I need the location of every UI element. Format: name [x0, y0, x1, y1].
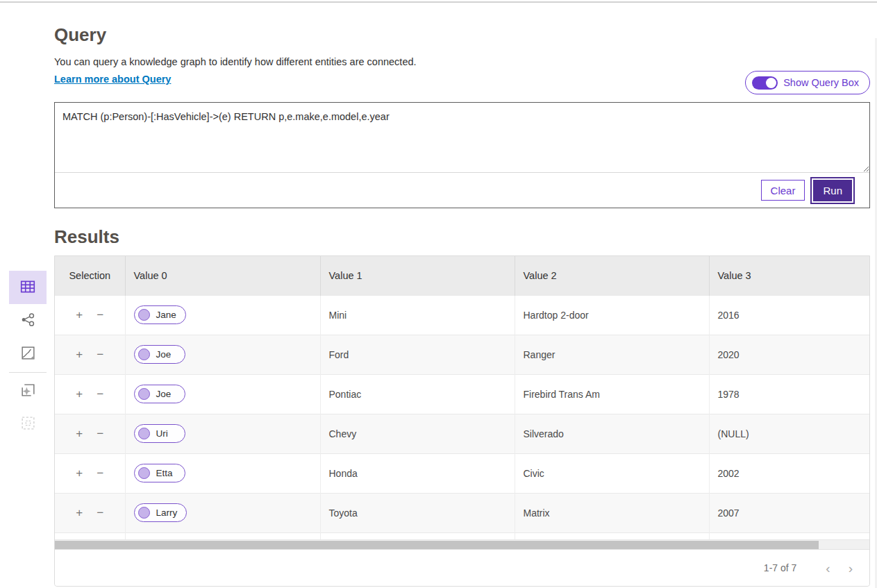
- value2-cell: Silverado: [515, 414, 709, 453]
- entity-node-icon: [138, 388, 150, 400]
- entity-node-icon: [138, 428, 150, 439]
- clear-button[interactable]: Clear: [761, 180, 805, 201]
- selection-cell: + −: [55, 453, 125, 493]
- table-row: + −: [55, 532, 869, 539]
- value3-cell: (NULL): [709, 414, 869, 453]
- table-row: + − Uri Chevy Silverado (NULL): [55, 414, 869, 453]
- value2-cell: [515, 532, 709, 539]
- value1-cell: Toyota: [320, 493, 515, 532]
- query-input[interactable]: MATCH (p:Person)-[:HasVehicle]->(e) RETU…: [55, 103, 869, 172]
- learn-more-link[interactable]: Learn more about Query: [54, 74, 171, 85]
- table-row: + − Joe Pontiac Firebird Trans Am 1978: [55, 374, 869, 414]
- entity-chip[interactable]: Joe: [134, 385, 185, 403]
- value3-cell: [709, 532, 869, 539]
- table-row: + − Joe Ford Ranger 2020: [55, 335, 869, 374]
- value2-cell: Civic: [515, 453, 709, 493]
- table-row: + − Larry Toyota Matrix 2007: [55, 493, 869, 532]
- selection-cell: + −: [55, 493, 125, 532]
- selection-view-icon: [20, 415, 36, 433]
- value2-cell: Firebird Trans Am: [515, 374, 709, 414]
- add-to-selection-button[interactable]: +: [76, 428, 83, 439]
- remove-from-selection-button[interactable]: −: [97, 348, 103, 360]
- selection-cell: + −: [55, 295, 125, 335]
- column-header-value1: Value 1: [320, 256, 515, 295]
- entity-node-icon: [138, 348, 150, 360]
- value3-cell: 2020: [709, 335, 869, 374]
- entity-chip[interactable]: Etta: [134, 464, 185, 482]
- column-header-selection: Selection: [55, 256, 125, 295]
- entity-chip[interactable]: Larry: [134, 503, 187, 522]
- add-to-selection-button[interactable]: +: [76, 348, 83, 360]
- table-row: + − Etta Honda Civic 2002: [55, 453, 869, 493]
- value0-cell: Joe: [125, 335, 320, 374]
- link-chart-view-icon: [20, 312, 36, 330]
- map-view-button[interactable]: [9, 337, 47, 371]
- results-table: Selection Value 0 Value 1 Value 2 Value …: [55, 256, 869, 539]
- new-map-view-icon: [20, 382, 36, 400]
- value3-cell: 2016: [709, 295, 869, 335]
- table-view-button[interactable]: [9, 271, 47, 304]
- value1-cell: Mini: [320, 295, 515, 335]
- entity-name: Larry: [156, 507, 178, 518]
- sidebar-divider: [9, 372, 47, 373]
- show-query-box-toggle[interactable]: Show Query Box: [745, 71, 870, 94]
- selection-cell: + −: [55, 532, 125, 539]
- entity-chip[interactable]: Uri: [134, 424, 185, 443]
- toggle-switch-icon: [752, 76, 778, 90]
- value0-cell: Uri: [125, 414, 320, 453]
- value3-cell: 2007: [709, 493, 869, 532]
- toggle-label: Show Query Box: [783, 77, 859, 88]
- value2-cell: Ranger: [515, 335, 709, 374]
- toggle-knob: [766, 78, 776, 88]
- column-header-value0: Value 0: [125, 256, 320, 295]
- selection-cell: + −: [55, 335, 125, 374]
- chevron-right-icon: ›: [849, 561, 853, 576]
- remove-from-selection-button[interactable]: −: [97, 467, 103, 479]
- horizontal-scrollbar-thumb[interactable]: [55, 541, 819, 549]
- value0-cell: Jane: [125, 295, 320, 335]
- new-map-view-button[interactable]: [9, 374, 47, 408]
- chevron-left-icon: ‹: [826, 561, 830, 576]
- value0-cell: [125, 532, 320, 539]
- value3-cell: 2002: [709, 453, 869, 493]
- add-to-selection-button[interactable]: +: [76, 507, 83, 519]
- table-view-icon: [19, 278, 36, 297]
- results-footer: 1-7 of 7 ‹ ›: [55, 549, 869, 586]
- horizontal-scrollbar-track[interactable]: [55, 539, 869, 549]
- entity-name: Jane: [156, 310, 176, 320]
- value1-cell: Chevy: [320, 414, 515, 453]
- entity-name: Uri: [156, 428, 176, 439]
- add-to-selection-button[interactable]: +: [76, 467, 83, 479]
- value1-cell: Ford: [320, 335, 515, 374]
- pagination-next-button[interactable]: ›: [844, 560, 857, 576]
- value0-cell: Joe: [125, 374, 320, 414]
- entity-chip[interactable]: Joe: [134, 345, 185, 364]
- remove-from-selection-button[interactable]: −: [97, 428, 103, 439]
- view-switcher-sidebar: [9, 271, 47, 441]
- table-header-row: Selection Value 0 Value 1 Value 2 Value …: [55, 256, 869, 295]
- value1-cell: [320, 532, 515, 539]
- results-card: Selection Value 0 Value 1 Value 2 Value …: [54, 255, 870, 587]
- entity-name: Joe: [156, 349, 176, 360]
- query-actions-bar: Clear Run: [55, 172, 869, 208]
- entity-chip[interactable]: Jane: [134, 305, 186, 324]
- entity-node-icon: [138, 467, 150, 479]
- add-to-selection-button[interactable]: +: [76, 309, 83, 321]
- add-to-selection-button[interactable]: +: [76, 388, 83, 400]
- value3-cell: 1978: [709, 374, 869, 414]
- remove-from-selection-button[interactable]: −: [97, 388, 103, 400]
- run-button[interactable]: Run: [813, 180, 852, 201]
- results-title: Results: [54, 227, 870, 246]
- value1-cell: Honda: [320, 453, 515, 493]
- map-view-icon: [20, 345, 36, 363]
- remove-from-selection-button[interactable]: −: [97, 309, 103, 321]
- remove-from-selection-button[interactable]: −: [97, 507, 103, 519]
- link-chart-view-button[interactable]: [9, 304, 47, 337]
- entity-name: Joe: [156, 389, 176, 399]
- pagination-prev-button[interactable]: ‹: [821, 560, 834, 576]
- page-top-divider: [0, 1, 877, 3]
- pagination-range-label: 1-7 of 7: [764, 562, 796, 573]
- selection-cell: + −: [55, 414, 125, 453]
- selection-view-button[interactable]: [9, 408, 47, 441]
- value1-cell: Pontiac: [320, 374, 515, 414]
